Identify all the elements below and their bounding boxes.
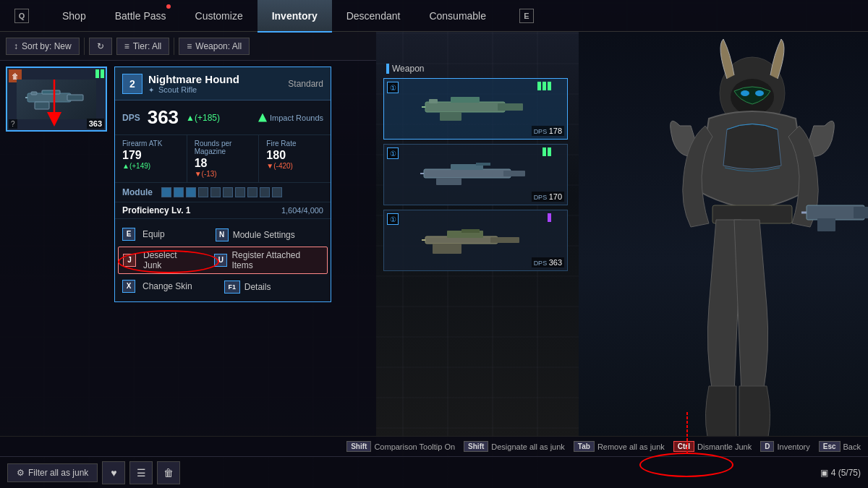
nav-descendant[interactable]: Descendant	[332, 0, 415, 31]
dps-label: DPS	[122, 113, 140, 123]
nav-customize-label: Customize	[195, 10, 243, 22]
item-name-block: Nightmare Hound ✦ Scout Rifle	[148, 73, 239, 94]
ammo-type: Impact Rounds	[258, 114, 323, 122]
firearm-atk-value: 179	[122, 149, 179, 162]
fire-rate-delta: ▼(-420)	[266, 162, 323, 170]
details-key-group: F1 Details	[224, 279, 271, 294]
delete-button[interactable]: 🗑	[157, 461, 180, 484]
notification-dot	[166, 4, 171, 9]
deselect-junk-label: Deselect Junk	[143, 250, 197, 270]
hotkey-dismantle: Ctrl Dismantle Junk	[673, 441, 752, 452]
svg-rect-7	[498, 103, 523, 111]
register-items-key: U	[214, 254, 227, 267]
count-icon: ▣	[820, 468, 828, 478]
weapon-slot-1[interactable]: ① DPS 178	[383, 78, 568, 140]
count-text: 4 (5/75)	[831, 468, 861, 478]
tab-key: Tab	[574, 441, 595, 452]
module-slot-2	[174, 187, 184, 197]
module-slot-5	[210, 187, 221, 197]
stats-row: Firearm ATK 179 ▲(+149) Rounds per Magaz…	[115, 135, 331, 183]
tooltip-header: 2 Nightmare Hound ✦ Scout Rifle Standard	[115, 67, 331, 100]
back-label: Back	[843, 442, 861, 451]
firearm-atk-delta: ▲(+149)	[122, 162, 179, 170]
rounds-value: 18	[195, 157, 252, 170]
dot-2	[101, 69, 104, 78]
weapon-filter-button[interactable]: ≡ Weapon: All	[179, 38, 250, 55]
gun-svg	[24, 85, 89, 114]
weapon-2-image	[418, 155, 534, 194]
filter-junk-label: Filter all as junk	[28, 468, 88, 478]
inventory-area: 🗑 363 ? 2	[0, 61, 376, 456]
sort-button[interactable]: ↕ Sort by: New	[6, 38, 80, 55]
svg-rect-30	[854, 207, 868, 218]
bottom-left-controls: ⚙ Filter all as junk ♥ ☰ 🗑	[7, 461, 180, 484]
fire-rate-label: Fire Rate	[266, 140, 323, 147]
compare-button[interactable]: ☰	[129, 461, 153, 484]
change-skin-label: Change Skin	[142, 281, 192, 291]
nav-customize[interactable]: Customize	[181, 0, 258, 31]
character-panel	[579, 32, 868, 488]
svg-rect-6	[425, 102, 505, 112]
d-key: D	[760, 441, 774, 452]
slot-dots-2	[542, 147, 551, 156]
filter-separator-2	[174, 38, 174, 55]
slot-dps-2: DPS 170	[532, 192, 564, 202]
weapon-slot-3[interactable]: ① DPS 363	[383, 210, 568, 271]
module-slots	[161, 187, 282, 197]
proficiency-row: Proficiency Lv. 1 1,604/4,000	[115, 202, 331, 219]
nav-consumable[interactable]: Consumable	[414, 0, 501, 31]
selected-item-card[interactable]: 🗑 363 ?	[6, 67, 107, 132]
nav-inventory[interactable]: Inventory	[258, 0, 332, 31]
dot-1	[95, 69, 99, 78]
nav-shop[interactable]: Shop	[48, 0, 101, 31]
firearm-atk-label: Firearm ATK	[122, 140, 179, 147]
stat-rounds: Rounds per Magazine 18 ▼(-13)	[187, 135, 260, 182]
slot-dots-3	[548, 213, 551, 222]
slot-dps-3: DPS 363	[532, 257, 564, 267]
action-deselect-junk[interactable]: J Deselect Junk U Register Attached Item…	[118, 247, 328, 274]
w-dot-3	[548, 82, 551, 90]
module-slot-7	[235, 187, 245, 197]
svg-rect-13	[503, 171, 525, 176]
tier-label: Tier: All	[133, 41, 162, 51]
favorite-button[interactable]: ♥	[102, 461, 125, 484]
filter-junk-button[interactable]: ⚙ Filter all as junk	[7, 463, 98, 482]
fire-rate-value: 180	[266, 149, 323, 162]
nav-battlepass[interactable]: Battle Pass	[101, 0, 181, 31]
tooltip-actions: E Equip N Module Settings J Deselect Jun…	[115, 219, 331, 301]
refresh-button[interactable]: ↻	[89, 38, 112, 55]
slot-number-1: ①	[387, 82, 399, 93]
svg-point-27	[755, 90, 764, 96]
e-icon: E	[519, 9, 534, 23]
action-equip[interactable]: E Equip N Module Settings	[115, 223, 331, 245]
weapon-panel-label: Weapon	[383, 61, 568, 78]
weapon-slot-2[interactable]: ① DPS 170	[383, 144, 568, 205]
delete-icon: 🗑	[163, 467, 174, 479]
weapon-panel: Weapon ① DPS 178 ①	[383, 61, 568, 456]
ammo-type-label: Impact Rounds	[270, 114, 323, 122]
proficiency-value: 1,604/4,000	[281, 206, 323, 215]
module-slot-4	[198, 187, 208, 197]
equip-key: E	[122, 228, 135, 241]
heart-icon: ♥	[111, 467, 116, 479]
nav-quick[interactable]: Q	[0, 0, 48, 31]
module-slot-3	[186, 187, 196, 197]
module-label: Module	[122, 187, 153, 197]
slot-dps-1: DPS 178	[532, 126, 564, 136]
svg-rect-20	[433, 244, 461, 254]
inventory-count: ▣ 4 (5/75)	[820, 468, 861, 478]
nav-esc[interactable]: E	[501, 0, 548, 31]
svg-rect-2	[35, 102, 49, 109]
tier-filter-button[interactable]: ≡ Tier: All	[116, 38, 170, 55]
dismantle-label: Dismantle Junk	[697, 442, 752, 451]
item-type-row: ✦ Scout Rifle	[148, 85, 239, 94]
proficiency-label: Proficiency Lv. 1	[122, 205, 190, 215]
esc-key: Esc	[819, 441, 841, 452]
item-grade: Standard	[288, 79, 323, 89]
hotkey-comparison: Shift Comparison Tooltip On	[346, 441, 455, 452]
action-change-skin[interactable]: X Change Skin F1 Details	[115, 275, 331, 297]
deselect-junk-key: J	[123, 254, 136, 267]
nav-battlepass-label: Battle Pass	[115, 10, 166, 22]
dps-delta: ▲(+185)	[186, 113, 220, 123]
module-settings-key: N	[216, 228, 229, 241]
